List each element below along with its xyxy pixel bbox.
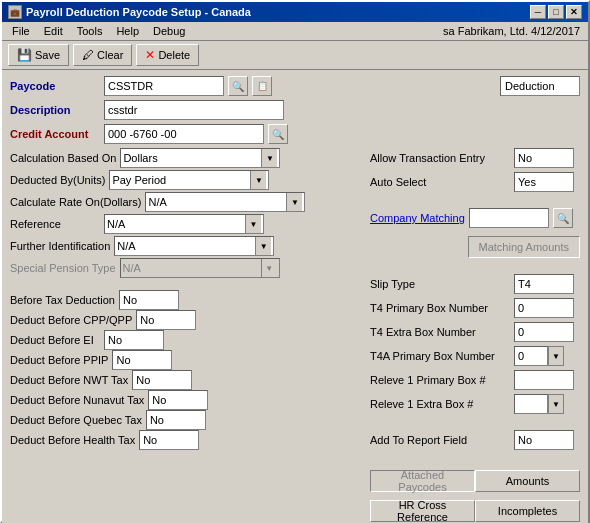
calc-rate-on-select[interactable]: N/A ▼ [145, 192, 305, 212]
menu-help[interactable]: Help [110, 24, 145, 38]
calc-based-on-select[interactable]: Dollars ▼ [120, 148, 280, 168]
special-pension-select: N/A ▼ [120, 258, 280, 278]
paycode-search-button[interactable]: 🔍 [228, 76, 248, 96]
menu-debug[interactable]: Debug [147, 24, 191, 38]
reference-value: N/A [107, 218, 245, 230]
menu-edit[interactable]: Edit [38, 24, 69, 38]
before-tax-row-6: Deduct Before Quebec Tax [10, 410, 360, 430]
before-tax-label-7: Deduct Before Health Tax [10, 434, 135, 446]
special-pension-row: Special Pension Type N/A ▼ [10, 258, 360, 278]
further-id-arrow: ▼ [255, 237, 271, 255]
title-controls: ─ □ ✕ [530, 5, 582, 19]
deducted-by-select[interactable]: Pay Period ▼ [109, 170, 269, 190]
delete-label: Delete [158, 49, 190, 61]
amounts-button[interactable]: Amounts [475, 470, 580, 492]
hr-cross-reference-button[interactable]: HR Cross Reference [370, 500, 475, 522]
releve1-extra-row: Releve 1 Extra Box # ▼ [370, 394, 580, 414]
t4a-primary-label: T4A Primary Box Number [370, 350, 510, 362]
save-icon: 💾 [17, 48, 32, 62]
slip-type-row: Slip Type [370, 274, 580, 294]
main-area: Calculation Based On Dollars ▼ Deducted … [10, 148, 580, 522]
releve1-primary-row: Releve 1 Primary Box # [370, 370, 580, 390]
toolbar: 💾 Save 🖊 Clear ✕ Delete [2, 41, 588, 70]
slip-type-label: Slip Type [370, 278, 510, 290]
clear-button[interactable]: 🖊 Clear [73, 44, 132, 66]
calc-based-on-row: Calculation Based On Dollars ▼ [10, 148, 360, 168]
window-icon: 💼 [8, 5, 22, 19]
special-pension-arrow: ▼ [261, 259, 277, 277]
before-tax-value-6[interactable] [146, 410, 206, 430]
company-matching-link[interactable]: Company Matching [370, 212, 465, 224]
company-matching-search[interactable]: 🔍 [553, 208, 573, 228]
deducted-by-value: Pay Period [112, 174, 250, 186]
releve1-extra-arrow[interactable]: ▼ [548, 394, 564, 414]
before-tax-value-3[interactable] [112, 350, 172, 370]
menu-tools[interactable]: Tools [71, 24, 109, 38]
t4-primary-label: T4 Primary Box Number [370, 302, 510, 314]
special-pension-label: Special Pension Type [10, 262, 116, 274]
before-tax-section: Before Tax Deduction Deduct Before CPP/Q… [10, 290, 360, 450]
paycode-input[interactable] [104, 76, 224, 96]
title-bar: 💼 Payroll Deduction Paycode Setup - Cana… [2, 2, 588, 22]
credit-account-search-button[interactable]: 🔍 [268, 124, 288, 144]
company-matching-input[interactable] [469, 208, 549, 228]
slip-type-value[interactable] [514, 274, 574, 294]
before-tax-label-5: Deduct Before Nunavut Tax [10, 394, 144, 406]
t4a-primary-value[interactable] [514, 346, 548, 366]
allow-transaction-value[interactable] [514, 148, 574, 168]
auto-select-row: Auto Select [370, 172, 580, 192]
calc-rate-on-value: N/A [148, 196, 286, 208]
attached-paycodes-button[interactable]: Attached Paycodes [370, 470, 475, 492]
before-tax-value-5[interactable] [148, 390, 208, 410]
paycode-lookup-button[interactable]: 📋 [252, 76, 272, 96]
reference-label: Reference [10, 218, 100, 230]
menu-file[interactable]: File [6, 24, 36, 38]
before-tax-row-4: Deduct Before NWT Tax [10, 370, 360, 390]
incompletes-button[interactable]: Incompletes [475, 500, 580, 522]
t4a-primary-container: ▼ [514, 346, 564, 366]
before-tax-value-2[interactable] [104, 330, 164, 350]
releve1-primary-value[interactable] [514, 370, 574, 390]
before-tax-label-3: Deduct Before PPIP [10, 354, 108, 366]
calc-based-on-value: Dollars [123, 152, 261, 164]
t4-extra-row: T4 Extra Box Number [370, 322, 580, 342]
before-tax-value-0[interactable] [119, 290, 179, 310]
before-tax-label-2: Deduct Before EI [10, 334, 100, 346]
deducted-by-label: Deducted By(Units) [10, 174, 105, 186]
deducted-by-arrow: ▼ [250, 171, 266, 189]
description-row: Description [10, 100, 580, 120]
matching-amounts-button[interactable]: Matching Amounts [468, 236, 581, 258]
calc-rate-on-row: Calculate Rate On(Dollars) N/A ▼ [10, 192, 360, 212]
close-button[interactable]: ✕ [566, 5, 582, 19]
auto-select-label: Auto Select [370, 176, 510, 188]
before-tax-value-4[interactable] [132, 370, 192, 390]
description-input[interactable] [104, 100, 284, 120]
deducted-by-row: Deducted By(Units) Pay Period ▼ [10, 170, 360, 190]
add-to-report-label: Add To Report Field [370, 434, 510, 446]
user-info: sa Fabrikam, Ltd. 4/12/2017 [443, 25, 584, 37]
save-button[interactable]: 💾 Save [8, 44, 69, 66]
releve1-extra-container: ▼ [514, 394, 564, 414]
before-tax-row-1: Deduct Before CPP/QPP [10, 310, 360, 330]
delete-button[interactable]: ✕ Delete [136, 44, 199, 66]
credit-account-input[interactable] [104, 124, 264, 144]
before-tax-value-1[interactable] [136, 310, 196, 330]
company-matching-row: Company Matching 🔍 [370, 208, 580, 228]
window-title: Payroll Deduction Paycode Setup - Canada [26, 6, 251, 18]
t4-primary-value[interactable] [514, 298, 574, 318]
t4a-primary-arrow[interactable]: ▼ [548, 346, 564, 366]
reference-select[interactable]: N/A ▼ [104, 214, 264, 234]
paycode-label: Paycode [10, 80, 100, 92]
auto-select-value[interactable] [514, 172, 574, 192]
t4-extra-value[interactable] [514, 322, 574, 342]
add-to-report-value[interactable] [514, 430, 574, 450]
maximize-button[interactable]: □ [548, 5, 564, 19]
further-id-select[interactable]: N/A ▼ [114, 236, 274, 256]
releve1-extra-value[interactable] [514, 394, 548, 414]
before-tax-value-7[interactable] [139, 430, 199, 450]
calc-rate-on-arrow: ▼ [286, 193, 302, 211]
minimize-button[interactable]: ─ [530, 5, 546, 19]
menu-items: File Edit Tools Help Debug [6, 24, 191, 38]
calc-based-on-label: Calculation Based On [10, 152, 116, 164]
add-to-report-row: Add To Report Field [370, 430, 580, 450]
